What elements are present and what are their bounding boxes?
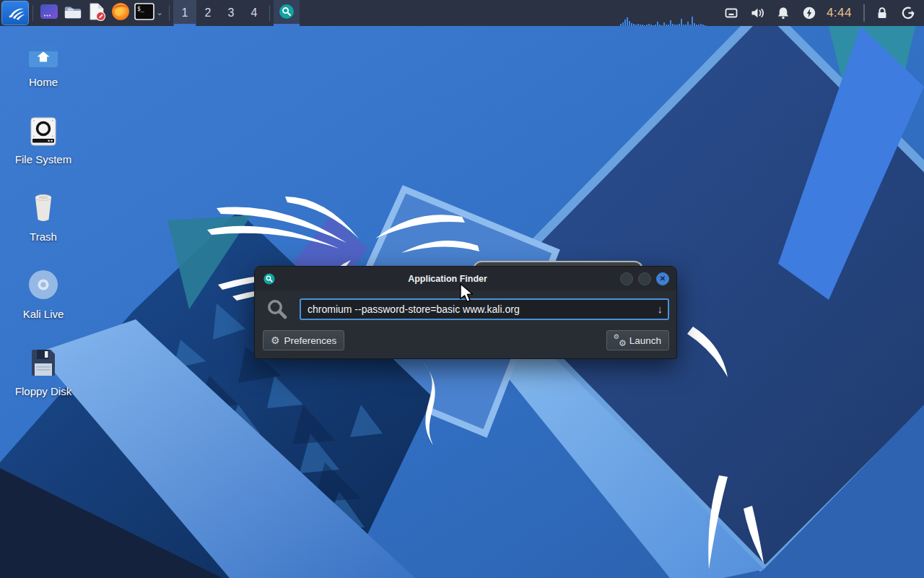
desktop-icon-file-system[interactable]: File System bbox=[9, 112, 78, 184]
launcher-file-manager[interactable] bbox=[61, 0, 84, 26]
desktop-icon-label: File System bbox=[15, 154, 71, 166]
desktop-icon-floppy-disk[interactable]: Floppy Disk bbox=[9, 344, 78, 416]
desktop-icon-kali-live[interactable]: Kali Live bbox=[9, 267, 78, 339]
notifications-bell-icon[interactable] bbox=[776, 6, 790, 20]
desktop-icon-label: Kali Live bbox=[23, 309, 64, 321]
application-finder-window: Application Finder ✕ ↓ ⚙ Preferences ⚙ bbox=[254, 266, 677, 359]
logout-icon[interactable] bbox=[901, 6, 915, 20]
cpu-graph[interactable] bbox=[620, 0, 707, 26]
purple-window-icon bbox=[40, 2, 58, 24]
terminal-icon: $_ bbox=[134, 3, 154, 23]
launcher-window-app[interactable] bbox=[37, 0, 61, 26]
text-editor-icon bbox=[87, 2, 106, 24]
workspace-1[interactable]: 1 bbox=[173, 0, 196, 26]
chevron-down-icon[interactable]: ⌄ bbox=[156, 9, 162, 17]
panel-tray: 4:44 bbox=[620, 0, 924, 26]
power-manager-icon[interactable] bbox=[802, 6, 816, 20]
trash-icon bbox=[29, 189, 58, 224]
firefox-icon bbox=[111, 2, 130, 24]
desktop-icon-home[interactable]: Home bbox=[9, 35, 78, 107]
terminal-glyph: $_ bbox=[137, 6, 144, 12]
workspace-label: 1 bbox=[182, 7, 188, 20]
workspace-label: 3 bbox=[228, 7, 235, 20]
app-finder-icon bbox=[279, 4, 295, 22]
launcher-terminal[interactable]: $_ ⌄ bbox=[132, 0, 165, 26]
desktop-icon-label: Home bbox=[29, 77, 58, 89]
search-input[interactable] bbox=[300, 298, 669, 320]
run-gears-icon: ⚙ ⚙ bbox=[614, 335, 625, 346]
window-title: Application Finder bbox=[275, 274, 620, 284]
workspace-4[interactable]: 4 bbox=[243, 0, 266, 26]
preferences-label: Preferences bbox=[284, 335, 337, 346]
desktop-icon-trash[interactable]: Trash bbox=[9, 189, 78, 262]
workspace-label: 4 bbox=[251, 7, 258, 20]
lock-screen-icon[interactable] bbox=[875, 6, 889, 20]
top-panel: $_ ⌄ 1 2 3 4 bbox=[0, 0, 924, 26]
close-button[interactable]: ✕ bbox=[656, 272, 669, 285]
kali-menu-button[interactable] bbox=[1, 1, 29, 25]
workspace-2[interactable]: 2 bbox=[196, 0, 219, 26]
network-icon[interactable] bbox=[724, 6, 738, 20]
taskbar-application-finder[interactable] bbox=[274, 0, 300, 26]
disc-icon bbox=[27, 267, 60, 301]
search-icon bbox=[266, 298, 288, 320]
minimize-button[interactable] bbox=[620, 272, 633, 285]
kali-logo-icon bbox=[5, 2, 25, 24]
workspace-3[interactable]: 3 bbox=[219, 0, 243, 26]
desktop-icon-label: Floppy Disk bbox=[15, 386, 71, 398]
panel-separator bbox=[32, 5, 33, 21]
mouse-cursor bbox=[459, 283, 475, 305]
launcher-text-editor[interactable] bbox=[84, 0, 108, 26]
close-icon: ✕ bbox=[660, 275, 666, 282]
launcher-firefox[interactable] bbox=[108, 0, 132, 26]
clock[interactable]: 4:44 bbox=[827, 6, 852, 20]
app-finder-titlebar-icon bbox=[263, 273, 275, 285]
gear-icon: ⚙ bbox=[271, 335, 280, 345]
folder-icon bbox=[64, 2, 82, 24]
panel-separator bbox=[863, 4, 865, 22]
home-folder-icon bbox=[27, 35, 60, 69]
launch-label: Launch bbox=[629, 335, 661, 346]
panel-separator bbox=[269, 5, 270, 21]
hard-drive-icon bbox=[27, 112, 59, 147]
panel-separator bbox=[169, 5, 170, 21]
panel-launchers: $_ ⌄ 1 2 3 4 bbox=[0, 0, 300, 26]
preferences-button[interactable]: ⚙ Preferences bbox=[263, 330, 344, 350]
floppy-icon bbox=[27, 344, 59, 379]
maximize-button[interactable] bbox=[638, 272, 651, 285]
launch-button[interactable]: ⚙ ⚙ Launch bbox=[606, 330, 669, 350]
desktop-icon-label: Trash bbox=[30, 231, 57, 243]
workspace-label: 2 bbox=[205, 7, 212, 20]
volume-icon[interactable] bbox=[750, 6, 764, 20]
